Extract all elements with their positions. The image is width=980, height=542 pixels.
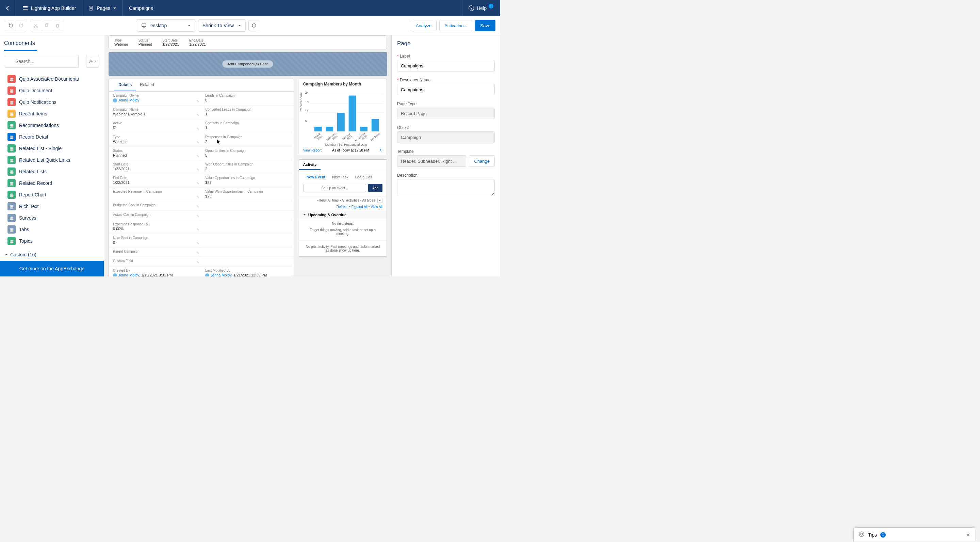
help-button[interactable]: ? Help 1 xyxy=(462,0,500,16)
add-button[interactable]: Add xyxy=(368,184,382,192)
component-item[interactable]: ▦Record Detail xyxy=(0,131,104,143)
svg-rect-19 xyxy=(337,113,345,131)
app-header: Lightning App Builder Pages Campaigns ? … xyxy=(0,0,500,16)
canvas-area: TypeWebinarStatusPlannedStart Date1/22/2… xyxy=(104,35,391,276)
svg-rect-18 xyxy=(326,127,333,131)
dropzone[interactable]: Add Component(s) Here xyxy=(108,52,387,76)
activation-button[interactable]: Activation... xyxy=(439,20,472,31)
tab-details[interactable]: Details xyxy=(115,79,136,91)
svg-rect-2 xyxy=(23,9,27,10)
back-button[interactable] xyxy=(0,0,16,16)
component-item[interactable]: ▦Quip Document xyxy=(0,85,104,96)
cut-button[interactable] xyxy=(30,20,41,31)
app-title: Lightning App Builder xyxy=(31,5,76,11)
svg-rect-0 xyxy=(23,6,27,7)
developer-name-input[interactable] xyxy=(397,84,495,95)
change-template-button[interactable]: Change xyxy=(469,155,495,167)
component-item[interactable]: ▦Related List - Single xyxy=(0,143,104,154)
component-item[interactable]: ▦Rich Text xyxy=(0,201,104,212)
component-item[interactable]: ▦Quip Associated Documents xyxy=(0,73,104,85)
copy-button[interactable] xyxy=(41,20,52,31)
refresh-icon[interactable]: ↻ xyxy=(380,148,382,152)
refresh-canvas-button[interactable] xyxy=(248,20,259,31)
help-count-badge: 1 xyxy=(488,4,493,8)
object-field xyxy=(397,131,495,143)
components-panel: Components ▦Quip Associated Documents▦Qu… xyxy=(0,35,104,276)
svg-rect-22 xyxy=(371,119,379,131)
custom-section-toggle[interactable]: Custom (16) xyxy=(0,249,104,261)
component-item[interactable]: ▦Quip Notifications xyxy=(0,96,104,108)
event-input[interactable] xyxy=(303,184,366,192)
svg-rect-21 xyxy=(360,127,368,131)
svg-rect-20 xyxy=(348,96,356,131)
record-header-strip[interactable]: TypeWebinarStatusPlannedStart Date1/22/2… xyxy=(108,35,387,49)
record-detail-component[interactable]: Details Related Campaign OwnerJenna Molb… xyxy=(108,79,294,276)
redo-button[interactable] xyxy=(16,20,27,31)
zoom-select[interactable]: Shrink To View xyxy=(198,19,246,32)
search-input[interactable] xyxy=(5,55,79,68)
component-item[interactable]: ▦Recommendations xyxy=(0,120,104,131)
label-input[interactable] xyxy=(397,60,495,72)
page-type-field xyxy=(397,108,495,119)
toolbar: Desktop Shrink To View Analyze Activatio… xyxy=(0,16,500,35)
component-item[interactable]: ▦Topics xyxy=(0,235,104,247)
pages-label: Pages xyxy=(97,5,110,11)
description-textarea[interactable] xyxy=(397,179,495,196)
app-title-section: Lightning App Builder xyxy=(16,0,82,16)
save-button[interactable]: Save xyxy=(475,20,495,31)
svg-rect-9 xyxy=(46,24,48,26)
report-chart-component[interactable]: Campaign Members by Month Record Count 6… xyxy=(299,79,387,155)
components-settings-button[interactable] xyxy=(86,55,99,68)
component-item[interactable]: ▦Surveys xyxy=(0,212,104,224)
svg-rect-1 xyxy=(23,8,27,8)
view-report-link[interactable]: View Report xyxy=(303,148,321,152)
device-select[interactable]: Desktop xyxy=(137,19,195,32)
component-item[interactable]: ▦Related List Quick Links xyxy=(0,154,104,166)
delete-button[interactable] xyxy=(52,20,63,31)
component-item[interactable]: ▦Tabs xyxy=(0,224,104,235)
pages-dropdown[interactable]: Pages xyxy=(82,0,123,16)
activity-component[interactable]: Activity New EventNew TaskLog a Call Add… xyxy=(299,159,387,257)
analyze-button[interactable]: Analyze xyxy=(411,20,437,31)
appexchange-button[interactable]: Get more on the AppExchange xyxy=(0,261,104,276)
components-title: Components xyxy=(0,35,104,50)
tab-related[interactable]: Related xyxy=(136,79,158,91)
filter-icon[interactable]: ▾ xyxy=(377,198,382,203)
component-item[interactable]: ▦Related Lists xyxy=(0,166,104,177)
component-item[interactable]: ▦Related Record xyxy=(0,177,104,189)
page-name: Campaigns xyxy=(123,0,159,16)
svg-rect-8 xyxy=(45,24,47,27)
component-item[interactable]: ▦Report Chart xyxy=(0,189,104,201)
properties-panel: Page Label Developer Name Page Type Obje… xyxy=(391,35,500,276)
page-title: Page xyxy=(397,40,495,47)
svg-point-12 xyxy=(90,61,92,62)
upcoming-overdue-toggle[interactable]: Upcoming & Overdue xyxy=(299,211,387,219)
undo-button[interactable] xyxy=(5,20,16,31)
svg-rect-17 xyxy=(314,127,321,131)
svg-rect-4 xyxy=(90,7,92,8)
svg-rect-10 xyxy=(142,24,146,27)
template-field xyxy=(397,155,466,167)
svg-rect-5 xyxy=(90,8,92,8)
component-item[interactable]: ▦Recent Items xyxy=(0,108,104,120)
